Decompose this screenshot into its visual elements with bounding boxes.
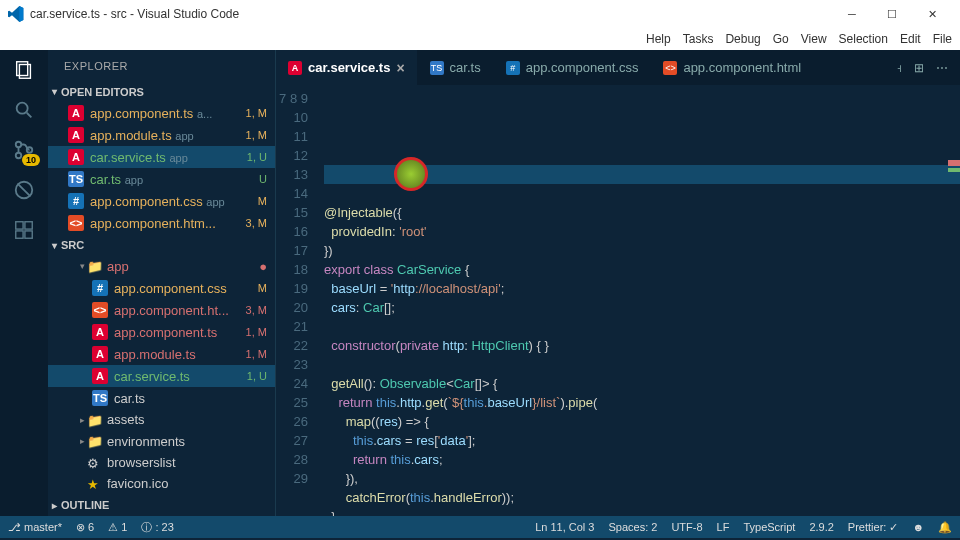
code-content[interactable]: import { Car } from './car'; @Injectable…: [324, 85, 960, 516]
split-editor-icon[interactable]: ⫞: [896, 61, 902, 75]
folder-assets[interactable]: ▸📁assets: [48, 409, 275, 430]
file-icon: A: [68, 105, 84, 121]
statusbar: ⎇ master* ⊗ 6 ⚠ 1 ⓘ : 23 Ln 11, Col 3 Sp…: [0, 516, 960, 538]
section-outline[interactable]: ▸OUTLINE: [48, 495, 275, 516]
file-browserslist[interactable]: ▸⚙browserslist: [48, 452, 275, 473]
tab-app-component-css[interactable]: #app.component.css: [494, 50, 652, 85]
status-prettier[interactable]: Prettier: ✓: [848, 521, 899, 534]
svg-line-3: [27, 113, 32, 118]
src-file-item[interactable]: Aapp.module.ts1, M: [48, 343, 275, 365]
file-icon: TS: [68, 171, 84, 187]
status-branch[interactable]: ⎇ master*: [8, 521, 62, 534]
status-bell-icon[interactable]: 🔔: [938, 521, 952, 534]
status-spaces[interactable]: Spaces: 2: [608, 521, 657, 533]
menu-go[interactable]: Go: [773, 32, 789, 46]
close-tab-icon[interactable]: ×: [396, 60, 404, 76]
sidebar-title: EXPLORER: [48, 50, 275, 81]
file-icon: A: [92, 368, 108, 384]
svg-point-4: [16, 142, 22, 148]
file-icon: #: [92, 280, 108, 296]
editor: Acar.service.ts×TScar.ts#app.component.c…: [276, 50, 960, 516]
svg-rect-9: [16, 222, 23, 229]
cursor-highlight-icon: [394, 157, 428, 191]
file-icon: #: [68, 193, 84, 209]
line-gutter: 7 8 9 10 11 12 13 14 15 16 17 18 19 20 2…: [276, 85, 324, 516]
maximize-button[interactable]: ☐: [872, 0, 912, 28]
more-actions-icon[interactable]: ⋯: [936, 61, 948, 75]
tab-car-ts[interactable]: TScar.ts: [418, 50, 494, 85]
section-open-editors[interactable]: ▾OPEN EDITORS: [48, 81, 275, 102]
file-icon: <>: [663, 61, 677, 75]
status-eol[interactable]: LF: [717, 521, 730, 533]
svg-line-8: [18, 184, 31, 197]
file-icon: <>: [92, 302, 108, 318]
open-editor-item[interactable]: #app.component.css appM: [48, 190, 275, 212]
open-editor-item[interactable]: Aapp.component.ts a...1, M: [48, 102, 275, 124]
svg-point-5: [16, 153, 22, 159]
open-editor-item[interactable]: Acar.service.ts app1, U: [48, 146, 275, 168]
tabs: Acar.service.ts×TScar.ts#app.component.c…: [276, 50, 960, 85]
status-errors[interactable]: ⊗ 6: [76, 521, 94, 534]
scm-icon[interactable]: 10: [12, 138, 36, 162]
file-icon: A: [92, 346, 108, 362]
status-feedback-icon[interactable]: ☻: [912, 521, 924, 533]
menu-view[interactable]: View: [801, 32, 827, 46]
menu-tasks[interactable]: Tasks: [683, 32, 714, 46]
src-file-item[interactable]: Aapp.component.ts1, M: [48, 321, 275, 343]
minimap[interactable]: [948, 120, 960, 220]
src-file-item[interactable]: #app.component.cssM: [48, 277, 275, 299]
editor-layout-icon[interactable]: ⊞: [914, 61, 924, 75]
svg-rect-11: [16, 231, 23, 238]
file-icon: TS: [430, 61, 444, 75]
svg-rect-12: [25, 231, 32, 238]
menubar: Help Tasks Debug Go View Selection Edit …: [0, 28, 960, 50]
svg-rect-10: [25, 222, 32, 229]
open-editor-item[interactable]: Aapp.module.ts app1, M: [48, 124, 275, 146]
status-encoding[interactable]: UTF-8: [671, 521, 702, 533]
scm-badge: 10: [22, 154, 40, 166]
status-version[interactable]: 2.9.2: [809, 521, 833, 533]
src-file-item[interactable]: TScar.ts: [48, 387, 275, 409]
file-icon: A: [92, 324, 108, 340]
menu-selection[interactable]: Selection: [839, 32, 888, 46]
menu-debug[interactable]: Debug: [725, 32, 760, 46]
tab-app-component-html[interactable]: <>app.component.html: [651, 50, 814, 85]
explorer-icon[interactable]: [12, 58, 36, 82]
file-icon: TS: [92, 390, 108, 406]
open-editor-item[interactable]: <>app.component.htm... 3, M: [48, 212, 275, 234]
extensions-icon[interactable]: [12, 218, 36, 242]
sidebar: EXPLORER ▾OPEN EDITORS Aapp.component.ts…: [48, 50, 276, 516]
status-warnings[interactable]: ⚠ 1: [108, 521, 127, 534]
file-icon: #: [506, 61, 520, 75]
svg-point-2: [17, 103, 28, 114]
minimize-button[interactable]: ─: [832, 0, 872, 28]
menu-help[interactable]: Help: [646, 32, 671, 46]
window-title: car.service.ts - src - Visual Studio Cod…: [30, 7, 239, 21]
code-area[interactable]: 7 8 9 10 11 12 13 14 15 16 17 18 19 20 2…: [276, 85, 960, 516]
src-file-item[interactable]: <>app.component.ht...3, M: [48, 299, 275, 321]
close-button[interactable]: ✕: [912, 0, 952, 28]
folder-environments[interactable]: ▸📁environments: [48, 431, 275, 452]
titlebar: car.service.ts - src - Visual Studio Cod…: [0, 0, 960, 28]
debug-icon[interactable]: [12, 178, 36, 202]
status-info[interactable]: ⓘ : 23: [141, 520, 173, 535]
file-favicon[interactable]: ▸★favicon.ico: [48, 473, 275, 494]
tab-car-service-ts[interactable]: Acar.service.ts×: [276, 50, 418, 85]
section-src[interactable]: ▾SRC: [48, 234, 275, 255]
status-position[interactable]: Ln 11, Col 3: [535, 521, 594, 533]
search-icon[interactable]: [12, 98, 36, 122]
file-icon: A: [68, 149, 84, 165]
file-icon: <>: [68, 215, 84, 231]
file-icon: A: [68, 127, 84, 143]
folder-app[interactable]: ▾📁app●: [48, 256, 275, 277]
open-editor-item[interactable]: TScar.ts appU: [48, 168, 275, 190]
file-icon: A: [288, 61, 302, 75]
menu-file[interactable]: File: [933, 32, 952, 46]
vscode-icon: [8, 6, 24, 22]
menu-edit[interactable]: Edit: [900, 32, 921, 46]
activity-bar: 10: [0, 50, 48, 516]
status-lang[interactable]: TypeScript: [743, 521, 795, 533]
src-file-item[interactable]: Acar.service.ts1, U: [48, 365, 275, 387]
